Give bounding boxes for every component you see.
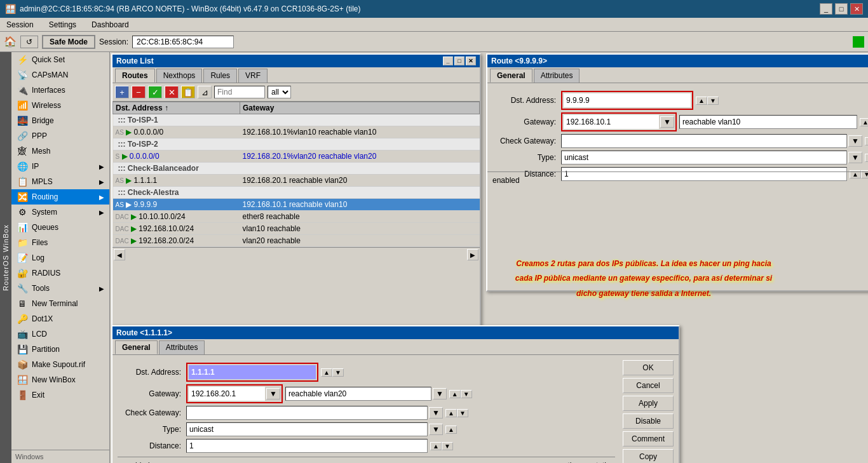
sidebar-item-partition[interactable]: 💾 Partition [11,342,109,357]
find-select[interactable]: all [268,86,291,98]
dst-address-input-bottom[interactable] [189,365,316,379]
gw-extra-dropdown-bottom[interactable]: ▼ [433,388,447,399]
dist-scroll-bottom[interactable]: ▲ [430,442,442,450]
scroll-right[interactable]: ▶ [467,249,478,260]
check-gateway-input-top[interactable] [561,134,847,148]
gw-scroll-down-bottom[interactable]: ▼ [461,390,472,398]
sidebar-item-radius[interactable]: 🔐 RADIUS [11,265,109,281]
route-list-minimize[interactable]: _ [443,57,453,65]
comment-btn[interactable]: Comment [623,431,674,446]
sidebar-item-queues[interactable]: 📊 Queues [11,220,109,235]
route-list-titlebar[interactable]: Route List _ □ ✕ [112,55,480,67]
col-gateway[interactable]: Gateway [240,102,480,114]
table-row[interactable]: AS ▶ 1.1.1.1 192.168.20.1 reachable vlan… [113,175,480,187]
sidebar-item-new-terminal[interactable]: 🖥 New Terminal [11,296,109,311]
tab-nexthops[interactable]: Nexthops [156,69,203,83]
table-row[interactable]: S ▶ 0.0.0.0/0 192.168.20.1%vlan20 reacha… [113,151,480,163]
check-gw-dropdown-top[interactable]: ▼ [848,135,862,147]
dst-scroll-down-bottom[interactable]: ▼ [332,368,344,377]
sidebar-item-dot1x[interactable]: 🔑 Dot1X [11,311,109,326]
check-gateway-input-bottom[interactable] [186,406,428,420]
gw-scroll-bottom[interactable]: ▲ [449,390,461,398]
sidebar-item-routing[interactable]: 🔀 Routing ▶ [11,189,109,205]
sidebar-item-capsman[interactable]: 📡 CAPsMAN [11,67,109,83]
copy-route-btn[interactable]: 📋 [181,86,195,98]
tab-rules[interactable]: Rules [203,69,237,83]
sidebar-item-quickset[interactable]: ⚡ Quick Set [11,52,109,67]
sidebar-item-ip[interactable]: 🌐 IP ▶ [11,159,109,174]
sidebar-item-new-winbox[interactable]: 🪟 New WinBox [11,372,109,387]
tab-attributes-top[interactable]: Attributes [534,69,580,83]
session-input[interactable] [132,36,234,48]
find-input[interactable] [214,86,265,98]
type-dropdown-bottom[interactable]: ▼ [429,424,443,435]
cg-scroll-top[interactable]: ▲ [865,137,868,145]
sidebar-item-supout[interactable]: 📦 Make Supout.rif [11,357,109,372]
tab-general-top[interactable]: General [490,69,532,83]
scroll-left[interactable]: ◀ [114,249,125,260]
menu-session[interactable]: Session [3,19,37,30]
distance-input-bottom[interactable] [186,439,428,453]
table-row[interactable]: DAC ▶ 192.168.20.0/24 vlan20 reachable [113,235,480,247]
sidebar-item-system[interactable]: ⚙ System ▶ [11,205,109,220]
gateway-extra-bottom[interactable] [285,387,431,401]
gateway-input-top[interactable] [564,115,659,129]
add-route-btn[interactable]: + [115,86,129,98]
check-gw-dropdown-bottom[interactable]: ▼ [429,407,443,419]
refresh-btn[interactable]: ↺ [20,36,38,48]
tab-attributes-bottom[interactable]: Attributes [159,340,205,354]
copy-btn[interactable]: Copy [623,449,674,463]
table-row[interactable]: DAC ▶ 192.168.10.0/24 vlan10 reachable [113,223,480,235]
tab-general-bottom[interactable]: General [115,340,158,354]
maximize-btn[interactable]: □ [835,3,848,15]
gateway-input-bottom[interactable] [189,387,265,401]
remove-route-btn[interactable]: − [132,86,146,98]
sidebar-item-mpls[interactable]: 📋 MPLS ▶ [11,174,109,189]
dst-scroll-bottom[interactable]: ▲ [321,368,332,377]
table-row-selected[interactable]: AS ▶ 9.9.9.9 192.168.10.1 reachable vlan… [113,199,480,211]
tab-routes[interactable]: Routes [115,69,155,83]
type-scroll-bottom[interactable]: ▲ [445,426,457,434]
disable-route-btn[interactable]: ✕ [165,86,179,98]
dst-scroll-down-top[interactable]: ▼ [707,97,719,105]
sidebar-item-lcd[interactable]: 📺 LCD [11,326,109,342]
gateway-dropdown-bottom[interactable]: ▼ [266,388,280,399]
sidebar-item-mesh[interactable]: 🕸 Mesh [11,144,109,159]
tab-vrf[interactable]: VRF [238,69,268,83]
menu-settings[interactable]: Settings [45,19,80,30]
enable-route-btn[interactable]: ✓ [148,86,162,98]
route-table-container[interactable]: Dst. Address ↑ Gateway ::: To-ISP-1 AS ▶… [112,102,480,247]
sidebar-item-exit[interactable]: 🚪 Exit [11,387,109,403]
sidebar-item-interfaces[interactable]: 🔌 Interfaces [11,83,109,98]
sidebar-item-wireless[interactable]: 📶 Wireless [11,98,109,113]
sidebar-item-files[interactable]: 📁 Files [11,235,109,250]
type-input-bottom[interactable] [186,422,428,436]
minimize-btn[interactable]: _ [820,3,832,15]
dst-scroll-top[interactable]: ▲ [696,97,707,105]
safe-mode-btn[interactable]: Safe Mode [42,35,95,49]
dist-scroll-down-bottom[interactable]: ▼ [442,442,453,450]
dst-address-input-top[interactable] [564,93,691,107]
route-top-titlebar[interactable]: Route <9.9.9.9> [487,55,868,67]
sidebar-item-tools[interactable]: 🔧 Tools ▶ [11,281,109,296]
table-row[interactable]: AS ▶ 0.0.0.0/0 192.168.10.1%vlan10 reach… [113,126,480,138]
route-bottom-titlebar[interactable]: Route <1.1.1.1> [112,326,679,339]
gateway-extra-top[interactable] [679,115,857,129]
route-list-close[interactable]: ✕ [466,57,476,65]
cancel-btn[interactable]: Cancel [623,378,674,393]
type-scroll-top[interactable]: ▲ [865,154,868,162]
cg-scroll-down-bottom[interactable]: ▼ [457,409,468,417]
sidebar-item-bridge[interactable]: 🌉 Bridge [11,113,109,128]
close-btn[interactable]: ✕ [850,3,863,15]
gw-scroll-top[interactable]: ▲ [860,118,868,126]
col-dst-address[interactable]: Dst. Address ↑ [113,102,240,114]
sidebar-item-log[interactable]: 📝 Log [11,250,109,265]
type-input-top[interactable] [561,151,847,164]
type-dropdown-top[interactable]: ▼ [848,152,862,163]
table-row[interactable]: DAC ▶ 10.10.10.0/24 ether8 reachable [113,211,480,223]
ok-btn[interactable]: OK [623,360,674,375]
menu-dashboard[interactable]: Dashboard [88,19,133,30]
sidebar-item-ppp[interactable]: 🔗 PPP [11,128,109,144]
route-list-maximize[interactable]: □ [454,57,465,65]
filter-route-btn[interactable]: ⊿ [198,86,212,98]
